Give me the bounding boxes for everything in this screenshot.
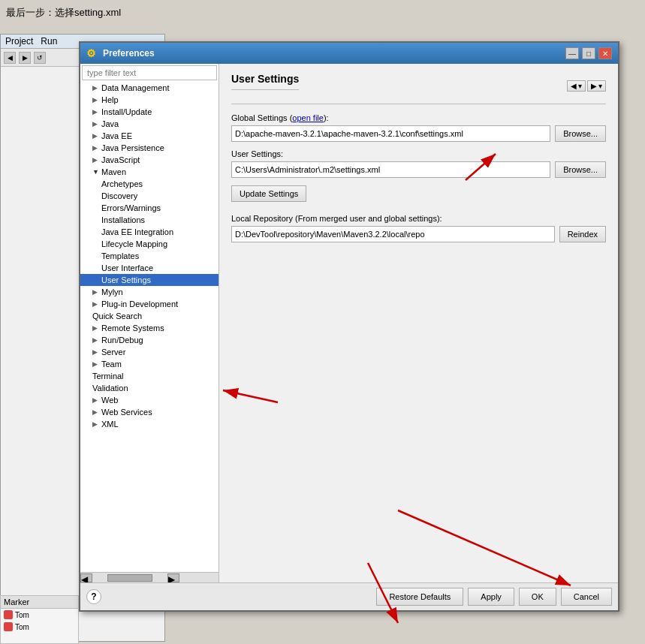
menu-run[interactable]: Run: [41, 36, 57, 47]
tree-label: Errors/Warnings: [101, 203, 161, 212]
tree-horizontal-scrollbar[interactable]: ◀ ▶: [80, 572, 219, 582]
dialog-title: Preferences: [103, 48, 155, 59]
tree-label: Lifecycle Mapping: [101, 239, 167, 248]
cancel-button[interactable]: Cancel: [561, 588, 612, 606]
footer-buttons-group: Restore Defaults Apply OK Cancel: [376, 588, 612, 606]
apply-button[interactable]: Apply: [468, 588, 514, 606]
help-button[interactable]: ?: [86, 589, 101, 604]
tree-item-run-debug[interactable]: ▶ Run/Debug: [80, 334, 219, 346]
tree-item-plugin-development[interactable]: ▶ Plug-in Development: [80, 298, 219, 310]
tree-item-validation[interactable]: Validation: [80, 382, 219, 394]
nav-back-icon: ◀: [571, 82, 577, 90]
tree-item-data-management[interactable]: ▶ Data Management: [80, 82, 219, 94]
tree-item-java-ee[interactable]: ▶ Java EE: [80, 130, 219, 142]
tree-item-java[interactable]: ▶ Java: [80, 118, 219, 130]
tree-item-quick-search[interactable]: Quick Search: [80, 310, 219, 322]
close-button[interactable]: ✕: [598, 47, 612, 59]
expand-arrow: ▶: [92, 408, 100, 416]
tree-item-java-persistence[interactable]: ▶ Java Persistence: [80, 142, 219, 154]
tree-item-errors-warnings[interactable]: Errors/Warnings: [80, 202, 219, 214]
tree-label: Web: [101, 396, 118, 405]
tree-label: Java: [101, 119, 119, 128]
marker-error-icon-2: [4, 622, 13, 631]
tree-item-discovery[interactable]: Discovery: [80, 190, 219, 202]
expand-arrow: ▶: [92, 324, 100, 332]
gear-icon: ⚙: [86, 47, 98, 59]
tree-item-javaee-integration[interactable]: Java EE Integration: [80, 226, 219, 238]
maximize-button[interactable]: □: [582, 47, 595, 59]
marker-label-1: Tom: [15, 611, 29, 619]
user-settings-input[interactable]: [231, 161, 550, 178]
dialog-title-area: ⚙ Preferences: [86, 47, 155, 59]
tree-label: XML: [101, 420, 119, 429]
tree-label: Plug-in Development: [101, 299, 178, 308]
tree-label: JavaScript: [101, 155, 140, 164]
tree-item-lifecycle-mapping[interactable]: Lifecycle Mapping: [80, 238, 219, 250]
sync-icon[interactable]: ↺: [34, 52, 46, 64]
tree-item-server[interactable]: ▶ Server: [80, 346, 219, 358]
tree-item-archetypes[interactable]: Archetypes: [80, 178, 219, 190]
dialog-titlebar: ⚙ Preferences — □ ✕: [80, 43, 618, 64]
tree-item-user-settings[interactable]: User Settings: [80, 274, 219, 286]
tree-item-mylyn[interactable]: ▶ Mylyn: [80, 286, 219, 298]
tree-item-javascript[interactable]: ▶ JavaScript: [80, 154, 219, 166]
scroll-thumb[interactable]: [107, 574, 152, 582]
tree-item-web-services[interactable]: ▶ Web Services: [80, 406, 219, 418]
tree-label: Discovery: [101, 191, 137, 200]
tree-label: Run/Debug: [101, 336, 143, 345]
tree-item-xml[interactable]: ▶ XML: [80, 418, 219, 430]
tree-label: Archetypes: [101, 179, 143, 188]
expand-arrow: ▶: [92, 396, 100, 404]
update-settings-button[interactable]: Update Settings: [231, 185, 306, 202]
tree-item-user-interface[interactable]: User Interface: [80, 262, 219, 274]
local-repo-input[interactable]: [231, 226, 555, 242]
marker-item-1: Tom: [1, 609, 78, 621]
global-settings-end: ):: [324, 113, 329, 122]
forward-icon[interactable]: ▶: [19, 52, 31, 64]
nav-forward-button[interactable]: ▶ ▾: [587, 80, 606, 92]
tree-label: Java EE: [101, 131, 132, 140]
tree-label: Quick Search: [92, 311, 142, 320]
scroll-left-btn[interactable]: ◀: [80, 573, 92, 582]
scroll-right-btn[interactable]: ▶: [167, 573, 179, 582]
local-repo-row: Reindex: [231, 226, 606, 242]
tree-item-install-update[interactable]: ▶ Install/Update: [80, 106, 219, 118]
marker-title: Marker: [1, 596, 78, 609]
expand-arrow: ▶: [92, 300, 100, 308]
tree-item-terminal[interactable]: Terminal: [80, 370, 219, 382]
global-settings-label: Global Settings (open file):: [231, 113, 606, 122]
right-panel-title: User Settings: [231, 73, 299, 90]
tree-label: Installations: [101, 215, 145, 224]
global-settings-row: Browse...: [231, 125, 606, 142]
tree-label: Validation: [92, 384, 128, 393]
global-settings-input[interactable]: [231, 125, 550, 142]
tree-label: Java EE Integration: [101, 227, 173, 236]
tree-label: Team: [101, 360, 122, 369]
tree-item-team[interactable]: ▶ Team: [80, 358, 219, 370]
tree-label: Java Persistence: [101, 143, 164, 152]
back-icon[interactable]: ◀: [4, 52, 16, 64]
reindex-button[interactable]: Reindex: [559, 226, 606, 242]
tree-label: Terminal: [92, 372, 124, 381]
nav-back-button[interactable]: ◀ ▾: [567, 80, 586, 92]
tree-item-web[interactable]: ▶ Web: [80, 394, 219, 406]
right-panel-header: User Settings ◀ ▾ ▶ ▾: [231, 73, 606, 104]
restore-defaults-button[interactable]: Restore Defaults: [376, 588, 463, 606]
nav-buttons-area: ◀ ▾ ▶ ▾: [567, 80, 606, 92]
tree-item-maven[interactable]: ▼ Maven: [80, 166, 219, 178]
open-file-link[interactable]: open file: [292, 113, 324, 122]
tree-label: Maven: [101, 167, 126, 176]
menu-project[interactable]: Project: [5, 36, 33, 47]
tree-item-remote-systems[interactable]: ▶ Remote Systems: [80, 322, 219, 334]
minimize-button[interactable]: —: [565, 47, 579, 59]
ok-button[interactable]: OK: [519, 588, 556, 606]
browse-user-button[interactable]: Browse...: [555, 161, 606, 178]
expand-arrow: ▶: [92, 120, 100, 128]
tree-item-help[interactable]: ▶ Help: [80, 94, 219, 106]
expand-arrow: ▶: [92, 96, 100, 104]
browse-global-button[interactable]: Browse...: [555, 125, 606, 142]
tree-item-installations[interactable]: Installations: [80, 214, 219, 226]
tree-item-templates[interactable]: Templates: [80, 250, 219, 262]
filter-input[interactable]: [82, 65, 217, 80]
expand-arrow: ▶: [92, 108, 100, 116]
